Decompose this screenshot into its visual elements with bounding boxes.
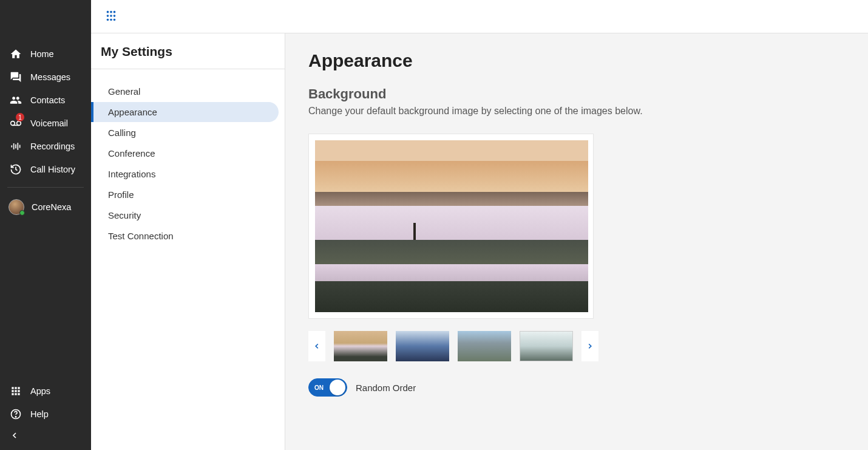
svg-rect-5: [15, 145, 16, 149]
sidebar-item-label: Apps: [30, 386, 50, 396]
sidebar-item-messages[interactable]: Messages: [0, 66, 91, 89]
sidebar-divider: [7, 187, 84, 188]
sidebar-item-label: Help: [30, 409, 49, 419]
help-icon: [10, 408, 22, 420]
svg-point-24: [114, 15, 116, 17]
sidebar-item-label: Call History: [30, 165, 75, 174]
sidebar-item-label: Messages: [30, 72, 70, 82]
background-thumbnail-1[interactable]: [334, 331, 387, 361]
svg-point-1: [17, 121, 21, 126]
apps-icon: [10, 385, 22, 397]
sidebar-user[interactable]: CoreNexa: [0, 194, 91, 220]
svg-point-22: [107, 15, 109, 17]
top-header: [91, 0, 868, 33]
avatar: [8, 199, 24, 215]
sidebar-item-voicemail[interactable]: 1 Voicemail: [0, 112, 91, 135]
svg-rect-3: [12, 145, 13, 147]
svg-point-21: [114, 11, 116, 13]
svg-point-0: [11, 121, 15, 126]
sidebar-item-home[interactable]: Home: [0, 43, 91, 66]
svg-rect-12: [15, 390, 16, 392]
svg-rect-4: [13, 143, 15, 149]
sidebar-user-label: CoreNexa: [32, 202, 71, 212]
chevron-right-icon: [586, 342, 594, 350]
content-main: Appearance Background Change your defaul…: [285, 33, 868, 450]
sidebar-item-recordings[interactable]: Recordings: [0, 135, 91, 158]
home-icon: [10, 48, 22, 60]
svg-point-23: [110, 15, 112, 17]
svg-point-20: [110, 11, 112, 13]
page-title: Appearance: [308, 50, 845, 71]
settings-sidebar-title: My Settings: [91, 33, 285, 69]
svg-point-27: [114, 19, 116, 21]
sidebar-item-label: Home: [30, 49, 54, 59]
sidebar-item-contacts[interactable]: Contacts: [0, 89, 91, 112]
settings-item-general[interactable]: General: [91, 81, 279, 101]
recordings-icon: [10, 140, 22, 152]
svg-rect-9: [15, 387, 16, 389]
chevron-left-icon: [10, 431, 81, 440]
background-thumbnail-3[interactable]: [458, 331, 511, 361]
svg-rect-11: [12, 390, 13, 392]
contacts-icon: [10, 94, 22, 106]
settings-item-appearance[interactable]: Appearance: [91, 102, 279, 122]
random-order-toggle[interactable]: ON: [308, 378, 347, 397]
sidebar-item-apps[interactable]: Apps: [0, 380, 91, 403]
sidebar-item-label: Recordings: [30, 141, 75, 151]
chevron-left-icon: [313, 342, 321, 350]
svg-rect-7: [19, 145, 21, 148]
svg-rect-13: [18, 390, 19, 392]
dialpad-icon[interactable]: [104, 10, 118, 23]
sidebar-collapse-button[interactable]: [0, 426, 91, 445]
svg-point-26: [110, 19, 112, 21]
history-icon: [10, 163, 22, 176]
svg-rect-16: [18, 393, 19, 395]
toggle-on-label: ON: [314, 384, 324, 391]
svg-point-19: [107, 11, 109, 13]
settings-sidebar: My Settings General Appearance Calling C…: [91, 33, 285, 450]
primary-sidebar: Home Messages Contacts 1 Voicemail: [0, 0, 91, 450]
background-preview-image: [315, 140, 588, 312]
sidebar-item-label: Voicemail: [30, 118, 68, 128]
settings-item-integrations[interactable]: Integrations: [91, 164, 279, 184]
background-thumbnail-4[interactable]: [520, 331, 573, 361]
background-section-title: Background: [308, 86, 845, 102]
background-section-description: Change your default background image by …: [308, 106, 845, 117]
svg-rect-14: [12, 393, 13, 395]
sidebar-item-label: Contacts: [30, 95, 65, 105]
svg-rect-8: [12, 387, 13, 389]
thumbnail-prev-button[interactable]: [308, 331, 325, 361]
svg-point-25: [107, 19, 109, 21]
settings-item-calling[interactable]: Calling: [91, 123, 279, 143]
thumbnail-next-button[interactable]: [581, 331, 598, 361]
background-thumbnail-row: [308, 331, 594, 361]
background-thumbnail-2[interactable]: [396, 331, 449, 361]
sidebar-item-help[interactable]: Help: [0, 403, 91, 426]
settings-item-profile[interactable]: Profile: [91, 185, 279, 205]
random-order-row: ON Random Order: [308, 378, 845, 397]
settings-item-conference[interactable]: Conference: [91, 143, 279, 163]
background-preview-card: [308, 134, 594, 319]
svg-rect-6: [18, 143, 19, 150]
settings-item-test-connection[interactable]: Test Connection: [91, 226, 279, 246]
voicemail-badge: 1: [16, 113, 24, 121]
messages-icon: [10, 71, 22, 83]
settings-item-security[interactable]: Security: [91, 205, 279, 225]
svg-rect-15: [15, 393, 16, 395]
svg-point-18: [15, 417, 16, 417]
svg-rect-10: [18, 387, 19, 389]
sidebar-item-call-history[interactable]: Call History: [0, 158, 91, 181]
random-order-label: Random Order: [356, 383, 416, 393]
toggle-knob: [330, 380, 345, 395]
presence-indicator: [19, 210, 25, 216]
